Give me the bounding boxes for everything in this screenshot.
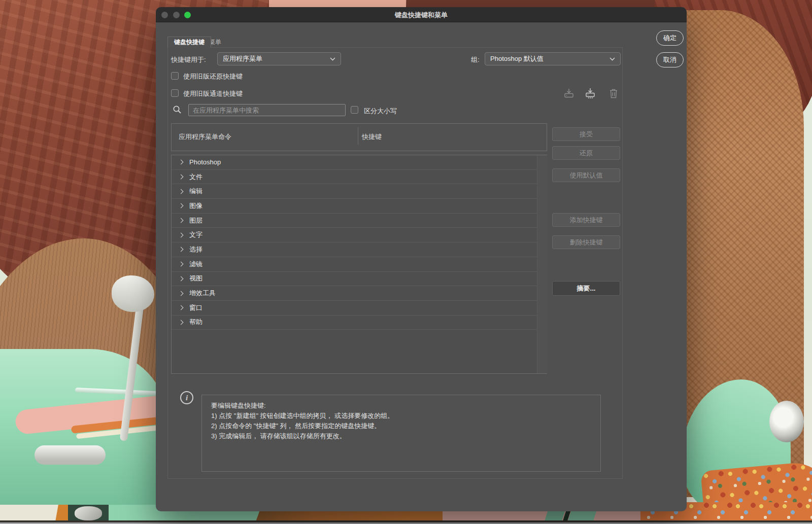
menu-command-list: Photoshop 文件 编辑 图像 图层 文字 选择 滤镜 视图 增效工具 窗… xyxy=(171,155,547,374)
list-item-label: 滤镜 xyxy=(189,260,202,269)
shortcuts-for-dropdown[interactable]: 应用程序菜单 xyxy=(217,52,341,65)
instructions-title: 要编辑键盘快捷键: xyxy=(211,401,591,411)
chevron-right-icon[interactable] xyxy=(179,320,184,325)
desktop: 键盘快捷键和菜单 确定 取消 键盘快捷键 菜单 快捷键用于: 应用程序菜单 组:… xyxy=(0,0,812,524)
legacy-channels-label: 使用旧版通道快捷键 xyxy=(183,89,243,98)
delete-shortcut-button[interactable]: 删除快捷键 xyxy=(552,235,620,249)
list-item-filter[interactable]: 滤镜 xyxy=(172,257,537,272)
list-item-select[interactable]: 选择 xyxy=(172,242,537,257)
car-headlight xyxy=(769,401,804,442)
keyboard-shortcuts-dialog: 键盘快捷键和菜单 确定 取消 键盘快捷键 菜单 快捷键用于: 应用程序菜单 组:… xyxy=(156,7,687,511)
list-item-label: 窗口 xyxy=(189,303,202,312)
chevron-right-icon[interactable] xyxy=(179,203,184,208)
add-shortcut-button[interactable]: 添加快捷键 xyxy=(552,213,620,227)
save-set-icon[interactable] xyxy=(584,87,596,99)
tab-keyboard-shortcuts[interactable]: 键盘快捷键 xyxy=(167,37,211,48)
info-glyph: i xyxy=(186,394,188,402)
chevron-right-icon[interactable] xyxy=(179,262,184,267)
chevron-right-icon[interactable] xyxy=(179,218,184,223)
chevron-right-icon[interactable] xyxy=(179,291,184,296)
accept-button[interactable]: 接受 xyxy=(552,127,620,141)
use-default-button[interactable]: 使用默认值 xyxy=(552,168,620,182)
instructions-box: 要编辑键盘快捷键: 1) 点按 "新建组" 按钮创建选中组的拷贝， 或选择要修改… xyxy=(201,395,601,472)
list-item-edit[interactable]: 编辑 xyxy=(172,184,537,199)
case-sensitive-label: 区分大小写 xyxy=(364,107,397,116)
case-sensitive-checkbox[interactable] xyxy=(351,106,358,114)
shortcuts-for-label: 快捷键用于: xyxy=(171,55,206,64)
scrollbar-track[interactable] xyxy=(537,155,547,373)
list-item-file[interactable]: 文件 xyxy=(172,170,537,185)
summary-button[interactable]: 摘要... xyxy=(552,281,620,296)
chevron-right-icon[interactable] xyxy=(179,189,184,194)
instructions-step-1: 1) 点按 "新建组" 按钮创建选中组的拷贝， 或选择要修改的组。 xyxy=(211,411,591,421)
list-item-label: Photoshop xyxy=(189,158,221,166)
chevron-right-icon[interactable] xyxy=(179,276,184,281)
list-item-image[interactable]: 图像 xyxy=(172,199,537,214)
search-input[interactable] xyxy=(188,104,346,116)
set-dropdown[interactable]: Photoshop 默认值 xyxy=(485,52,621,65)
revert-button[interactable]: 还原 xyxy=(552,146,620,160)
list-item-type[interactable]: 文字 xyxy=(172,228,537,242)
list-item-plugins[interactable]: 增效工具 xyxy=(172,286,537,301)
column-header-shortcut: 快捷键 xyxy=(362,132,382,142)
list-item-help[interactable]: 帮助 xyxy=(172,316,537,330)
chevron-down-icon xyxy=(330,57,335,61)
ok-button[interactable]: 确定 xyxy=(656,30,684,46)
menu-rows: Photoshop 文件 编辑 图像 图层 文字 选择 滤镜 视图 增效工具 窗… xyxy=(172,155,537,330)
list-item-label: 编辑 xyxy=(189,187,202,196)
list-item-layer[interactable]: 图层 xyxy=(172,214,537,228)
info-icon: i xyxy=(180,391,193,404)
instructions-step-2: 2) 点按命令的 "快捷键" 列， 然后按要指定的键盘快捷键。 xyxy=(211,421,591,431)
list-item-label: 文字 xyxy=(189,230,202,239)
list-item-view[interactable]: 视图 xyxy=(172,272,537,287)
column-header-command: 应用程序菜单命令 xyxy=(179,132,231,142)
list-item-label: 增效工具 xyxy=(189,289,216,298)
car-chrome-bumper xyxy=(35,445,106,465)
chevron-right-icon[interactable] xyxy=(179,305,184,310)
column-divider xyxy=(358,127,358,145)
chevron-right-icon[interactable] xyxy=(179,174,184,180)
list-item-photoshop[interactable]: Photoshop xyxy=(172,155,537,170)
cancel-button[interactable]: 取消 xyxy=(656,52,684,67)
instructions-step-3: 3) 完成编辑后， 请存储该组以存储所有更改。 xyxy=(211,431,591,441)
chevron-right-icon[interactable] xyxy=(179,160,184,165)
car-mirror xyxy=(112,275,154,312)
list-item-label: 选择 xyxy=(189,245,202,254)
list-item-label: 帮助 xyxy=(189,318,202,327)
titlebar[interactable]: 键盘快捷键和菜单 xyxy=(156,7,687,22)
export-set-icon[interactable] xyxy=(563,87,575,99)
list-item-label: 图层 xyxy=(189,216,202,225)
list-item-label: 文件 xyxy=(189,172,202,182)
delete-set-icon[interactable] xyxy=(607,87,620,99)
list-item-window[interactable]: 窗口 xyxy=(172,301,537,316)
set-value: Photoshop 默认值 xyxy=(490,54,610,63)
chevron-right-icon[interactable] xyxy=(179,232,184,237)
search-icon xyxy=(173,105,182,114)
chevron-down-icon xyxy=(610,57,615,61)
list-item-label: 图像 xyxy=(189,201,202,211)
legacy-undo-label: 使用旧版还原快捷键 xyxy=(183,72,243,81)
window-title: 键盘快捷键和菜单 xyxy=(156,11,687,20)
set-label: 组: xyxy=(471,55,480,64)
shortcuts-for-value: 应用程序菜单 xyxy=(223,54,330,63)
legacy-channels-checkbox[interactable] xyxy=(171,89,179,97)
car-hubcap xyxy=(75,506,102,520)
legacy-undo-checkbox[interactable] xyxy=(171,72,179,80)
chevron-right-icon[interactable] xyxy=(179,247,184,252)
list-item-label: 视图 xyxy=(189,274,202,283)
